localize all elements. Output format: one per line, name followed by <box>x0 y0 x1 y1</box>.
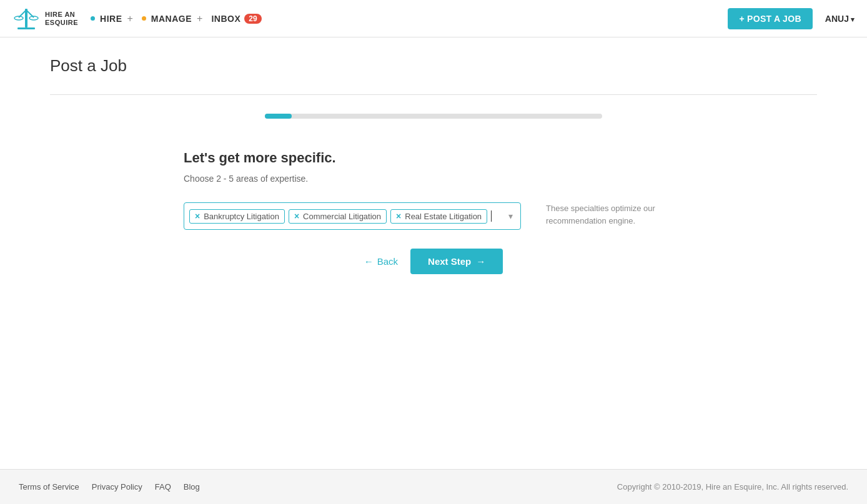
header-right: + POST A JOB ANUJ <box>728 8 855 29</box>
logo[interactable]: HIRE AN ESQUIRE <box>12 5 78 32</box>
form-subtext: Choose 2 - 5 areas of expertise. <box>184 174 683 184</box>
progress-bar-container <box>265 114 602 119</box>
nav-manage[interactable]: MANAGE <box>151 14 192 24</box>
logo-icon <box>12 5 40 32</box>
tag-commercial: × Commercial Litigation <box>289 209 387 224</box>
tag-remove-bankruptcy[interactable]: × <box>195 212 200 220</box>
logo-text-line1: HIRE AN <box>45 11 78 18</box>
tags-row: × Bankruptcy Litigation × Commercial Lit… <box>184 202 683 230</box>
footer-copyright: Copyright © 2010-2019, Hire an Esquire, … <box>617 482 848 492</box>
back-button[interactable]: ← Back <box>364 256 398 267</box>
footer-links: Terms of Service Privacy Policy FAQ Blog <box>19 482 200 492</box>
tags-input-area[interactable]: × Bankruptcy Litigation × Commercial Lit… <box>184 202 521 230</box>
user-menu[interactable]: ANUJ <box>825 14 855 24</box>
footer-blog[interactable]: Blog <box>184 482 200 492</box>
main-content: Post a Job Let's get more specific. Choo… <box>0 37 867 469</box>
hint-text: These specialties optimize our recommend… <box>546 202 683 227</box>
logo-text-line2: ESQUIRE <box>45 19 78 26</box>
hire-dot <box>91 16 95 21</box>
footer: Terms of Service Privacy Policy FAQ Blog… <box>0 469 867 504</box>
back-label: Back <box>377 256 398 267</box>
svg-rect-1 <box>17 27 35 29</box>
hire-plus-icon[interactable]: + <box>127 13 132 24</box>
footer-faq[interactable]: FAQ <box>155 482 171 492</box>
next-label: Next Step <box>428 256 471 267</box>
inbox-label: INBOX <box>211 14 240 24</box>
tag-label-realestate: Real Estate Litigation <box>405 212 482 221</box>
next-arrow-icon: → <box>476 256 485 267</box>
page-divider <box>50 94 817 95</box>
inbox-badge: 29 <box>244 14 261 24</box>
back-arrow-icon: ← <box>364 256 374 267</box>
tag-bankruptcy: × Bankruptcy Litigation <box>189 209 285 224</box>
next-step-button[interactable]: Next Step → <box>410 249 503 274</box>
manage-dot <box>142 16 146 21</box>
form-section: Let's get more specific. Choose 2 - 5 ar… <box>184 150 683 230</box>
nav-items: HIRE + MANAGE + INBOX 29 <box>91 13 262 24</box>
tag-realestate: × Real Estate Litigation <box>390 209 487 224</box>
header: HIRE AN ESQUIRE HIRE + MANAGE + INBOX 29… <box>0 0 867 37</box>
tag-label-bankruptcy: Bankruptcy Litigation <box>204 212 279 221</box>
form-heading: Let's get more specific. <box>184 150 683 166</box>
text-cursor <box>491 210 492 222</box>
nav-hire[interactable]: HIRE <box>100 14 122 24</box>
tag-label-commercial: Commercial Litigation <box>303 212 381 221</box>
post-job-button[interactable]: + POST A JOB <box>728 8 812 29</box>
progress-bar-fill <box>265 114 292 119</box>
manage-plus-icon[interactable]: + <box>197 13 202 24</box>
header-left: HIRE AN ESQUIRE HIRE + MANAGE + INBOX 29 <box>12 5 262 32</box>
tag-remove-realestate[interactable]: × <box>396 212 401 220</box>
inbox-area[interactable]: INBOX 29 <box>211 14 261 24</box>
footer-terms[interactable]: Terms of Service <box>19 482 79 492</box>
bottom-nav: ← Back Next Step → <box>50 230 817 305</box>
dropdown-arrow-icon[interactable]: ▾ <box>506 210 515 222</box>
tag-remove-commercial[interactable]: × <box>294 212 299 220</box>
footer-privacy[interactable]: Privacy Policy <box>92 482 142 492</box>
page-title: Post a Job <box>50 56 817 76</box>
